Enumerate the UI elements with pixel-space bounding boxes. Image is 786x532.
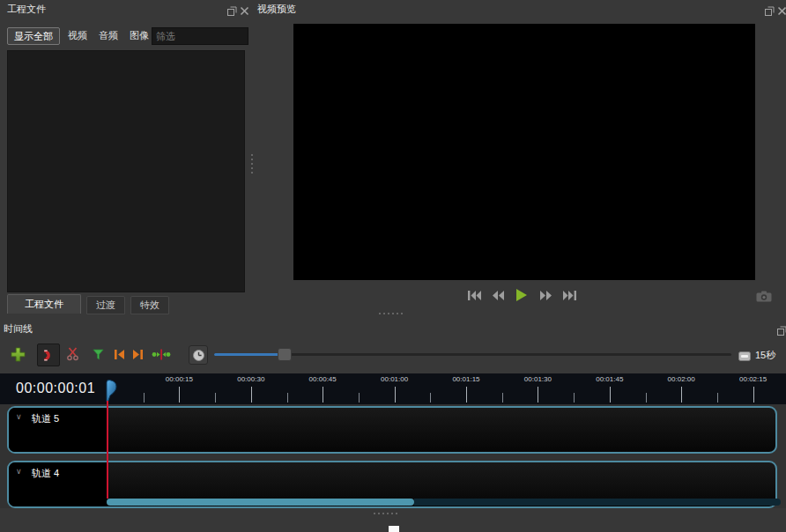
ruler-tick-minor (717, 393, 718, 403)
horizontal-splitter-handle[interactable] (379, 313, 403, 314)
track-header: ∨ 轨道 5 (9, 408, 108, 452)
zoom-slider-fill (214, 353, 284, 356)
playhead-flag-icon (102, 379, 120, 403)
add-track-button[interactable] (8, 344, 27, 364)
chevron-down-icon[interactable]: ∨ (16, 467, 22, 476)
bottom-splitter-handle[interactable] (374, 513, 397, 514)
openshot-window: 工程文件 显示全部 视频 音频 图像 工程文件 过渡 特效 视频预览 (0, 0, 786, 532)
ruler-tick-label: 00:00:15 (152, 375, 205, 383)
playhead-line (107, 401, 108, 499)
ruler-tick-major (323, 387, 323, 403)
center-playhead-icon (151, 349, 172, 360)
timeline-scrollbar-thumb[interactable] (107, 499, 414, 506)
filter-tab-video[interactable]: 视频 (62, 27, 93, 43)
zoom-widget-button[interactable] (189, 345, 208, 365)
vertical-splitter-handle[interactable] (251, 154, 253, 174)
float-icon (227, 6, 237, 16)
ruler-tick-minor (287, 393, 288, 403)
ruler-tick-label: 00:00:45 (296, 375, 349, 383)
ruler-tick-major (538, 387, 538, 403)
float-panel-icon[interactable] (777, 323, 786, 333)
tab-project-files[interactable]: 工程文件 (7, 294, 81, 314)
close-icon (777, 6, 786, 16)
tab-transitions[interactable]: 过渡 (86, 296, 125, 314)
scissors-icon (66, 347, 79, 361)
ruler-tick-major (251, 387, 252, 403)
ruler-tick-major (610, 387, 611, 403)
play-icon (515, 288, 529, 302)
play-button[interactable] (515, 288, 530, 302)
marker-funnel-icon (93, 349, 104, 360)
jump-to-end-icon (562, 290, 577, 301)
zoom-slider-track[interactable] (214, 353, 731, 356)
rewind-button[interactable] (491, 289, 507, 303)
ruler-tick-major (179, 387, 180, 403)
ruler-tick-major (681, 387, 682, 403)
video-preview-screen[interactable] (293, 24, 755, 280)
camera-icon (756, 291, 772, 302)
float-icon (765, 6, 775, 16)
current-time-display: 00:00:00:01 (16, 381, 95, 396)
track-header: ∨ 轨道 4 (9, 462, 108, 506)
ruler-tick-label: 00:00:30 (225, 375, 278, 383)
screen-icon (738, 351, 751, 361)
filter-tab-audio[interactable]: 音频 (93, 27, 124, 43)
tab-effects[interactable]: 特效 (130, 296, 169, 314)
jump-to-start-button[interactable] (467, 289, 483, 303)
fast-forward-icon (539, 290, 553, 301)
float-panel-icon[interactable] (765, 4, 775, 13)
add-marker-button[interactable] (88, 344, 108, 364)
center-on-playhead-button[interactable] (150, 344, 173, 364)
zoom-slider-handle[interactable] (278, 348, 292, 361)
close-icon (240, 6, 249, 16)
zoom-scale-label: 15秒 (755, 349, 775, 362)
screen-scale-button[interactable] (738, 349, 751, 365)
ruler-tick-label: 00:02:00 (655, 375, 708, 383)
ruler-tick-minor (430, 393, 431, 403)
timeline-panel-title: 时间线 (4, 322, 33, 336)
playhead-marker[interactable] (102, 379, 120, 407)
ruler-tick-minor (502, 393, 503, 403)
razor-tool-button[interactable] (63, 344, 82, 364)
jump-to-end-button[interactable] (562, 289, 578, 303)
track-name: 轨道 4 (32, 467, 59, 480)
track-row-5[interactable]: ∨ 轨道 5 (7, 406, 777, 454)
save-frame-button[interactable] (756, 290, 772, 304)
taskbar-peek-box (389, 526, 399, 532)
ruler-tick-label: 00:01:45 (583, 375, 636, 383)
ruler-tick-label: 00:02:15 (727, 375, 780, 383)
video-preview-panel-title: 视频预览 (257, 3, 296, 16)
ruler-tick-major (395, 387, 396, 403)
project-files-panel-title: 工程文件 (7, 3, 46, 16)
filter-input[interactable] (152, 27, 248, 45)
next-marker-icon (131, 349, 145, 360)
track-name: 轨道 5 (32, 412, 59, 425)
close-panel-icon[interactable] (777, 4, 786, 13)
clock-icon (192, 349, 205, 362)
magnet-icon (42, 349, 56, 362)
filter-tab-image[interactable]: 图像 (123, 27, 155, 43)
ruler-tick-minor (574, 393, 575, 403)
ruler-tick-label: 00:01:30 (511, 375, 564, 383)
ruler-tick-minor (359, 393, 360, 403)
fast-forward-button[interactable] (539, 289, 555, 303)
ruler-tick-major (753, 387, 754, 403)
ruler-tick-label: 00:01:00 (368, 375, 421, 383)
snapping-toggle-button[interactable] (37, 344, 60, 366)
filter-tab-show-all[interactable]: 显示全部 (7, 27, 60, 45)
chevron-down-icon[interactable]: ∨ (16, 412, 22, 421)
ruler-tick-minor (215, 393, 216, 403)
rewind-icon (491, 290, 505, 301)
close-panel-icon[interactable] (240, 4, 249, 13)
next-marker-button[interactable] (128, 344, 147, 364)
float-icon (777, 326, 786, 336)
ruler-tick-major (466, 387, 467, 403)
jump-to-start-icon (467, 290, 482, 301)
previous-marker-button[interactable] (109, 344, 129, 364)
ruler-tick-label: 00:01:15 (440, 375, 493, 383)
project-files-list[interactable] (7, 50, 245, 292)
timeline-scrollbar-track[interactable] (414, 499, 781, 506)
plus-icon (11, 347, 26, 362)
ruler-tick-minor (144, 393, 145, 403)
float-panel-icon[interactable] (227, 4, 237, 13)
